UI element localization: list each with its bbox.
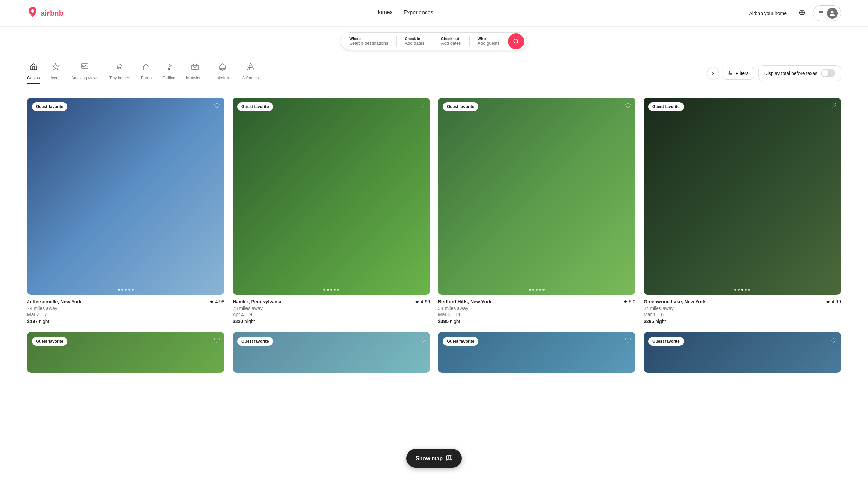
display-taxes-toggle-container: Display total before taxes xyxy=(758,65,841,81)
filters-button[interactable]: Filters xyxy=(722,67,754,80)
icons-label: Icons xyxy=(51,76,60,80)
category-barns[interactable]: Barns xyxy=(141,63,152,84)
rating-value: 4.98 xyxy=(215,299,224,304)
listing-location: Hamlin, Pennsylvania xyxy=(233,299,281,304)
wishlist-button[interactable]: ♡ xyxy=(419,336,426,345)
listing-image-container: Guest favorite♡ xyxy=(438,332,635,373)
wishlist-button[interactable]: ♡ xyxy=(830,336,837,345)
listing-image-container: Guest favorite♡ xyxy=(27,98,224,295)
wishlist-button[interactable]: ♡ xyxy=(214,102,220,110)
image-dots xyxy=(118,289,134,291)
listing-info-header: Greenwood Lake, New York★4.99 xyxy=(644,299,841,304)
svg-point-8 xyxy=(168,68,170,70)
airbnb-home-button[interactable]: Airbnb your home xyxy=(745,8,791,19)
listing-card[interactable]: Guest favorite♡Jeffersonville, New York★… xyxy=(27,98,224,324)
star-icon: ★ xyxy=(415,299,419,304)
a-frames-label: A-frames xyxy=(242,76,259,80)
category-cabins[interactable]: Cabins xyxy=(27,63,40,84)
listing-card[interactable]: Guest favorite♡Hamlin, Pennsylvania★4.96… xyxy=(233,98,430,324)
avatar xyxy=(827,8,838,19)
listing-dates: Apr 4 – 9 xyxy=(233,312,430,317)
category-bar: Cabins Icons Amazing views xyxy=(0,57,868,89)
rating-value: 5.0 xyxy=(629,299,635,304)
star-icon: ★ xyxy=(826,299,830,304)
guest-favorite-badge: Guest favorite xyxy=(237,102,273,111)
icons-icon xyxy=(52,63,60,73)
listing-location: Greenwood Lake, New York xyxy=(644,299,706,304)
guest-favorite-badge: Guest favorite xyxy=(443,337,478,346)
listing-image-container: Guest favorite♡ xyxy=(438,98,635,295)
amazing-views-icon xyxy=(81,63,89,73)
svg-rect-7 xyxy=(119,67,121,69)
listing-image xyxy=(644,98,841,295)
search-button[interactable] xyxy=(508,33,524,49)
image-dots xyxy=(529,289,545,291)
category-mansions[interactable]: Mansions xyxy=(186,63,203,84)
category-lakefront[interactable]: Lakefront xyxy=(214,63,231,84)
checkin-section[interactable]: Check in Add dates xyxy=(397,33,433,50)
listing-rating: ★5.0 xyxy=(623,299,635,304)
guest-favorite-badge: Guest favorite xyxy=(32,102,67,111)
amazing-views-label: Amazing views xyxy=(71,76,98,80)
listing-dates: Mar 1 – 6 xyxy=(644,312,841,317)
listing-location: Bedford Hills, New York xyxy=(438,299,491,304)
barns-label: Barns xyxy=(141,76,152,80)
listing-card[interactable]: Guest favorite♡ xyxy=(438,332,635,377)
logo[interactable]: airbnb xyxy=(27,6,63,20)
listing-price: $295 night xyxy=(644,319,841,324)
star-icon: ★ xyxy=(210,299,214,304)
svg-rect-5 xyxy=(81,64,88,68)
svg-point-14 xyxy=(731,73,732,74)
listing-rating: ★4.99 xyxy=(826,299,841,304)
category-a-frames[interactable]: A-frames xyxy=(242,63,259,84)
listing-image-container: Guest favorite♡ xyxy=(27,332,224,373)
listing-image-container: Guest favorite♡ xyxy=(233,98,430,295)
wishlist-button[interactable]: ♡ xyxy=(830,102,837,110)
wishlist-button[interactable]: ♡ xyxy=(625,336,631,345)
golfing-label: Golfing xyxy=(162,76,175,80)
wishlist-button[interactable]: ♡ xyxy=(625,102,631,110)
listing-dates: Mar 2 – 7 xyxy=(27,312,224,317)
category-golfing[interactable]: Golfing xyxy=(162,63,175,84)
where-section[interactable]: Where Search destinations xyxy=(341,33,396,50)
listing-distance: 73 miles away xyxy=(233,306,430,311)
category-amazing-views[interactable]: Amazing views xyxy=(71,63,98,84)
listing-card[interactable]: Guest favorite♡ xyxy=(27,332,224,377)
svg-point-4 xyxy=(514,39,518,43)
user-menu[interactable] xyxy=(813,5,841,21)
rating-value: 4.96 xyxy=(421,299,430,304)
search-bar: Where Search destinations Check in Add d… xyxy=(341,32,527,50)
listing-rating: ★4.98 xyxy=(210,299,224,304)
listing-info-header: Jeffersonville, New York★4.98 xyxy=(27,299,224,304)
nav-experiences[interactable]: Experiences xyxy=(403,9,433,17)
listing-card[interactable]: Guest favorite♡Greenwood Lake, New York★… xyxy=(644,98,841,324)
checkin-label: Check in xyxy=(405,37,425,41)
checkout-value: Add dates xyxy=(441,41,461,46)
listing-image-container: Guest favorite♡ xyxy=(644,98,841,295)
checkout-section[interactable]: Check out Add dates xyxy=(433,33,469,50)
listing-image xyxy=(233,98,430,295)
listing-card[interactable]: Guest favorite♡ xyxy=(644,332,841,377)
airbnb-logo-icon xyxy=(27,6,38,20)
listing-card[interactable]: Guest favorite♡ xyxy=(233,332,430,377)
categories-list: Cabins Icons Amazing views xyxy=(27,63,704,84)
who-section[interactable]: Who Add guests xyxy=(470,33,508,50)
search-destinations: Search destinations xyxy=(349,41,388,46)
categories-next-button[interactable] xyxy=(707,67,719,79)
nav-homes[interactable]: Homes xyxy=(375,9,393,17)
category-tiny-homes[interactable]: Tiny homes xyxy=(109,63,130,84)
listing-price: $395 night xyxy=(438,319,635,324)
display-taxes-toggle[interactable] xyxy=(821,69,835,77)
mansions-icon xyxy=(191,63,199,73)
listing-image xyxy=(27,98,224,295)
globe-button[interactable] xyxy=(796,7,808,20)
wishlist-button[interactable]: ♡ xyxy=(214,336,220,345)
guest-favorite-badge: Guest favorite xyxy=(648,102,684,111)
category-icons[interactable]: Icons xyxy=(51,63,60,84)
listing-card[interactable]: Guest favorite♡Bedford Hills, New York★5… xyxy=(438,98,635,324)
listing-distance: 34 miles away xyxy=(438,306,635,311)
guest-favorite-badge: Guest favorite xyxy=(237,337,273,346)
listing-price: $197 night xyxy=(27,319,224,324)
listing-image-container: Guest favorite♡ xyxy=(644,332,841,373)
wishlist-button[interactable]: ♡ xyxy=(419,102,426,110)
